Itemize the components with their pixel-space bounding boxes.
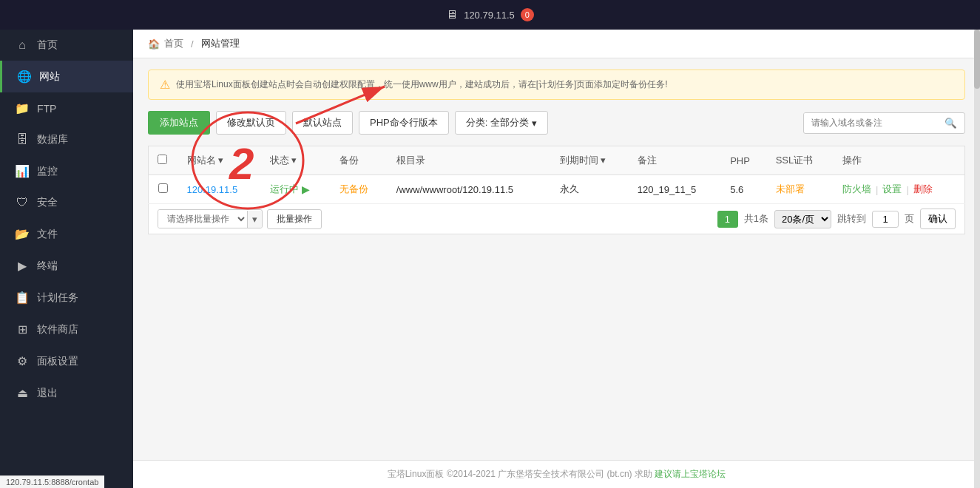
table-row: 120.19.11.5 运行中 ▶ 无备份 /www/wwwro bbox=[149, 175, 965, 204]
globe-icon: 🌐 bbox=[17, 70, 32, 84]
default-site-button[interactable]: 默认站点 bbox=[292, 111, 353, 135]
pagination: 1 共1条 20条/页 跳转到 页 确认 bbox=[717, 209, 956, 229]
footer: 宝塔Linux面板 ©2014-2021 广东堡塔安全技术有限公司 (bt.cn… bbox=[133, 460, 980, 488]
breadcrumb: 🏠 首页 / 网站管理 bbox=[133, 30, 980, 58]
current-page-btn[interactable]: 1 bbox=[717, 211, 738, 228]
monitor-icon: 🖥 bbox=[446, 8, 458, 21]
modify-default-button[interactable]: 修改默认页 bbox=[216, 111, 286, 135]
search-button[interactable]: 🔍 bbox=[937, 113, 964, 133]
notification-badge[interactable]: 0 bbox=[521, 8, 534, 21]
scrollbar-thumb[interactable] bbox=[974, 30, 980, 89]
th-expire: 到期时间 ▾ bbox=[551, 146, 629, 175]
batch-select-arrow[interactable]: ▾ bbox=[247, 211, 262, 228]
firewall-action[interactable]: 防火墙 bbox=[842, 183, 871, 196]
sidebar-item-ftp[interactable]: 📁 FTP bbox=[0, 92, 133, 124]
statusbar: 120.79.11.5:8888/crontab bbox=[0, 475, 104, 488]
statusbar-url: 120.79.11.5:8888/crontab bbox=[6, 478, 98, 487]
sidebar-label-ftp: FTP bbox=[37, 103, 56, 115]
home-breadcrumb-icon: 🏠 bbox=[148, 38, 160, 50]
settings-icon: ⚙ bbox=[15, 354, 30, 368]
sidebar-label-website: 网站 bbox=[39, 70, 60, 84]
select-all-checkbox[interactable] bbox=[158, 155, 167, 164]
shield-icon: 🛡 bbox=[15, 196, 30, 209]
sidebar-label-settings: 面板设置 bbox=[37, 355, 78, 368]
row-status: 运行中 ▶ bbox=[261, 175, 331, 204]
batch-exec-button[interactable]: 批量操作 bbox=[267, 209, 322, 229]
batch-operation-select[interactable]: 请选择批量操作 bbox=[158, 210, 247, 228]
sidebar-item-cron[interactable]: 📋 计划任务 bbox=[0, 282, 133, 314]
php-cmd-button[interactable]: PHP命令行版本 bbox=[359, 111, 449, 135]
page-confirm-button[interactable]: 确认 bbox=[920, 209, 956, 229]
row-note: 120_19_11_5 bbox=[629, 175, 722, 204]
total-count: 共1条 bbox=[744, 212, 768, 226]
database-icon: 🗄 bbox=[15, 133, 30, 146]
scrollbar[interactable] bbox=[974, 30, 980, 488]
search-input[interactable] bbox=[804, 113, 937, 132]
category-dropdown[interactable]: 分类: 全部分类 ▾ bbox=[455, 111, 548, 135]
breadcrumb-home[interactable]: 首页 bbox=[164, 37, 183, 50]
site-name-link[interactable]: 120.19.11.5 bbox=[187, 184, 238, 195]
php-version: 5.6 bbox=[730, 184, 743, 195]
add-site-button[interactable]: 添加站点 bbox=[148, 111, 210, 135]
sidebar-label-files: 文件 bbox=[37, 228, 58, 241]
th-backup: 备份 bbox=[331, 146, 387, 175]
row-actions: 防火墙 | 设置 | 删除 bbox=[834, 175, 964, 204]
sidebar-label-home: 首页 bbox=[37, 38, 58, 52]
terminal-icon: ▶ bbox=[15, 259, 30, 273]
bottom-row: 请选择批量操作 ▾ 批量操作 1 共1条 20条/页 跳转到 页 确认 bbox=[148, 204, 965, 234]
sidebar-item-logout[interactable]: ⏏ 退出 bbox=[0, 377, 133, 409]
sidebar-item-home[interactable]: ⌂ 首页 bbox=[0, 30, 133, 61]
footer-text: 宝塔Linux面板 ©2014-2021 广东堡塔安全技术有限公司 (bt.cn… bbox=[388, 469, 632, 479]
row-php: 5.6 bbox=[721, 175, 767, 204]
cron-icon: 📋 bbox=[15, 291, 30, 305]
sidebar-item-settings[interactable]: ⚙ 面板设置 bbox=[0, 345, 133, 377]
row-backup: 无备份 bbox=[331, 175, 387, 204]
sidebar-item-security[interactable]: 🛡 安全 bbox=[0, 187, 133, 218]
warning-icon: ⚠ bbox=[160, 78, 170, 92]
note-text: 120_19_11_5 bbox=[638, 184, 697, 195]
status-play-icon: ▶ bbox=[302, 183, 310, 195]
expire-date: 永久 bbox=[560, 183, 579, 194]
main-content: 🏠 首页 / 网站管理 ⚠ 使用宝塔Linux面板创建站点时会自动创建权限配置，… bbox=[133, 30, 980, 488]
logout-icon: ⏏ bbox=[15, 386, 30, 400]
sidebar-item-website[interactable]: 🌐 网站 bbox=[0, 61, 133, 92]
search-box: 🔍 bbox=[803, 112, 965, 134]
sidebar-label-monitor: 监控 bbox=[37, 165, 58, 178]
sidebar-label-cron: 计划任务 bbox=[37, 291, 78, 305]
settings-action[interactable]: 设置 bbox=[882, 183, 902, 196]
row-expire: 永久 bbox=[551, 175, 629, 204]
page-jump-input[interactable] bbox=[872, 211, 899, 228]
th-note: 备注 bbox=[629, 146, 722, 175]
category-label: 分类: 全部分类 bbox=[466, 116, 529, 129]
row-site-name: 120.19.11.5 bbox=[178, 175, 261, 204]
sidebar-item-terminal[interactable]: ▶ 终端 bbox=[0, 250, 133, 282]
ssl-status: 未部署 bbox=[776, 183, 805, 194]
store-icon: ⊞ bbox=[15, 322, 30, 336]
breadcrumb-current: 网站管理 bbox=[201, 37, 240, 50]
sidebar-item-database[interactable]: 🗄 数据库 bbox=[0, 124, 133, 155]
delete-action[interactable]: 删除 bbox=[913, 183, 933, 196]
topbar: 🖥 120.79.11.5 0 bbox=[0, 0, 980, 30]
th-actions: 操作 bbox=[834, 146, 964, 175]
th-checkbox bbox=[149, 146, 178, 175]
per-page-select[interactable]: 20条/页 bbox=[774, 210, 831, 228]
forum-link[interactable]: 建议请上宝塔论坛 bbox=[655, 469, 726, 479]
sidebar-item-store[interactable]: ⊞ 软件商店 bbox=[0, 314, 133, 345]
action-links: 防火墙 | 设置 | 删除 bbox=[842, 183, 956, 196]
th-status: 状态 ▾ bbox=[261, 146, 331, 175]
sidebar-item-files[interactable]: 📂 文件 bbox=[0, 218, 133, 250]
row-root: /www/wwwroot/120.19.11.5 bbox=[388, 175, 551, 204]
row-checkbox-cell bbox=[149, 175, 178, 204]
table-header-row: 网站名 ▾ 状态 ▾ 备份 根目录 到期时间 ▾ bbox=[149, 146, 965, 175]
page-unit: 页 bbox=[905, 212, 914, 226]
row-ssl: 未部署 bbox=[767, 175, 834, 204]
th-root: 根目录 bbox=[388, 146, 551, 175]
backup-status[interactable]: 无备份 bbox=[339, 183, 368, 194]
sidebar-label-security: 安全 bbox=[37, 196, 58, 209]
files-icon: 📂 bbox=[15, 227, 30, 241]
batch-select: 请选择批量操作 ▾ bbox=[158, 209, 263, 228]
warning-text: 使用宝塔Linux面板创建站点时会自动创建权限配置，统一使用www用户，建站成功… bbox=[176, 78, 668, 91]
row-checkbox[interactable] bbox=[158, 183, 168, 193]
sidebar-item-monitor[interactable]: 📊 监控 bbox=[0, 155, 133, 187]
toolbar: 添加站点 修改默认页 默认站点 PHP命令行版本 分类: 全部分类 ▾ 🔍 bbox=[148, 111, 965, 135]
